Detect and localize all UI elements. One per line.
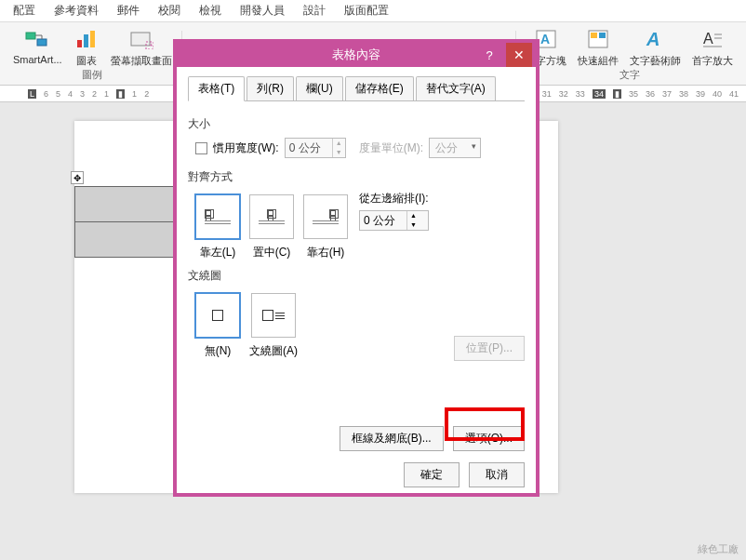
align-right-option[interactable]: 靠右(H) [303,194,348,260]
svg-text:A: A [646,29,659,49]
table-properties-dialog: 表格內容 ? ✕ 表格(T) 列(R) 欄(U) 儲存格(E) 替代文字(A) … [173,39,540,497]
ok-button[interactable]: 確定 [404,462,460,487]
group-illustrations: 圖例 [82,68,102,82]
svg-rect-1 [37,39,47,46]
quickparts-button[interactable]: 快速組件 [578,26,619,68]
cancel-button[interactable]: 取消 [469,462,525,487]
tab-column[interactable]: 欄(U) [296,76,343,100]
borders-shading-button[interactable]: 框線及網底(B)... [340,426,444,451]
tab-mailings[interactable]: 郵件 [108,0,149,22]
dialog-titlebar[interactable]: 表格內容 ? ✕ [177,43,536,67]
spin-down-icon[interactable]: ▼ [407,220,420,230]
tab-row[interactable]: 列(R) [246,76,294,100]
dialog-close-button[interactable]: ✕ [506,43,532,67]
watermark: 綠色工廠 [698,542,739,556]
smartart-button[interactable]: SmartArt... [13,26,62,68]
spin-down-icon: ▼ [333,148,345,157]
svg-rect-15 [599,33,606,38]
dialog-help-button[interactable]: ? [476,43,502,67]
svg-text:A: A [703,31,713,47]
dialog-title: 表格內容 [332,47,380,63]
quickparts-icon [585,26,611,52]
indent-label: 從左邊縮排(I): [359,191,429,207]
svg-text:+: + [149,41,153,49]
preferred-width-input: ▲▼ [285,138,346,158]
tab-alt-text[interactable]: 替代文字(A) [416,76,496,100]
wrap-label: 文繞圖 [188,268,525,284]
position-button: 位置(P)... [454,336,525,361]
dropcap-icon: A [699,26,726,52]
svg-rect-5 [131,33,150,46]
tab-review[interactable]: 校閱 [149,0,190,22]
spin-up-icon[interactable]: ▲ [407,211,420,220]
group-text: 文字 [619,68,640,82]
tab-view[interactable]: 檢視 [190,0,231,22]
tab-layout-page[interactable]: 配置 [4,0,45,22]
wordart-button[interactable]: A文字藝術師 [630,26,681,68]
wrap-around-option[interactable]: 文繞圖(A) [249,293,298,359]
chart-icon [73,26,100,52]
ribbon-tabs: 配置 參考資料 郵件 校閱 檢視 開發人員 設計 版面配置 [0,0,746,22]
svg-rect-14 [591,33,597,38]
align-center-option[interactable]: 置中(C) [249,194,294,260]
tab-cell[interactable]: 儲存格(E) [345,76,414,100]
tab-layout[interactable]: 版面配置 [335,0,398,22]
svg-rect-3 [84,34,88,47]
indent-input[interactable]: ▲▼ [359,210,429,231]
table-move-handle[interactable]: ✥ [71,171,84,184]
align-left-option[interactable]: 靠左(L) [195,194,240,260]
tab-design[interactable]: 設計 [294,0,335,22]
dialog-tabs: 表格(T) 列(R) 欄(U) 儲存格(E) 替代文字(A) [188,76,525,101]
wordart-icon: A [643,26,669,52]
screenshot-button[interactable]: +螢幕擷取畫面 [111,26,172,68]
size-label: 大小 [188,116,525,132]
svg-rect-2 [77,40,82,47]
wrap-none-option[interactable]: 無(N) [195,293,240,359]
svg-text:A: A [540,32,550,47]
svg-rect-0 [26,33,35,39]
tab-references[interactable]: 參考資料 [45,0,108,22]
chart-button[interactable]: 圖表 [73,26,100,68]
dropcap-button[interactable]: A首字放大 [692,26,733,68]
unit-label: 度量單位(M): [359,140,423,156]
preferred-width-label: 慣用寬度(W): [213,140,279,156]
tab-table[interactable]: 表格(T) [188,76,245,101]
smartart-icon [24,26,50,52]
svg-rect-4 [90,31,95,47]
options-button[interactable]: 選項(O)... [453,426,525,451]
spin-up-icon: ▲ [333,139,345,148]
alignment-label: 對齊方式 [188,169,525,185]
unit-select: 公分 [429,138,481,158]
preferred-width-checkbox[interactable] [195,142,207,154]
screenshot-icon: + [128,26,154,52]
tab-developer[interactable]: 開發人員 [231,0,294,22]
